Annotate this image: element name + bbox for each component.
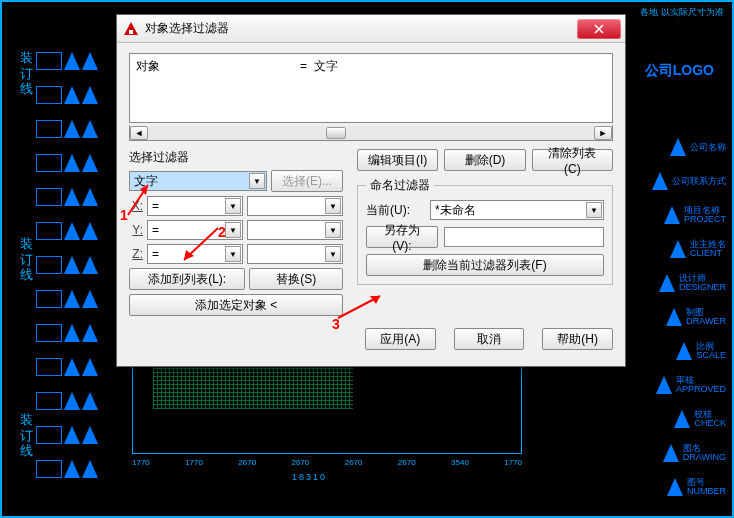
horizontal-scrollbar[interactable]: ◄ ►	[129, 125, 613, 141]
arrow-icon	[666, 308, 682, 326]
close-button[interactable]	[577, 19, 621, 39]
right-label-column: 公司名称公司联系方式项目名称PROJECT业主姓名CLIENT设计师DESIGN…	[636, 132, 726, 506]
current-label: 当前(U):	[366, 202, 424, 219]
edit-item-button[interactable]: 编辑项目(I)	[357, 149, 438, 171]
y-label: Y:	[129, 223, 143, 237]
x-label: X:	[129, 199, 143, 213]
arrow-icon	[670, 240, 686, 258]
arrow-icon	[652, 172, 668, 190]
arrow-icon	[674, 410, 690, 428]
binding-line-text-2: 装 订 线	[17, 226, 35, 263]
close-icon	[594, 24, 604, 34]
named-filter-legend: 命名过滤器	[366, 177, 434, 194]
chevron-down-icon[interactable]: ▼	[586, 202, 602, 218]
list-item[interactable]: 对象= 文字	[136, 58, 606, 75]
arrow-icon	[663, 444, 679, 462]
chevron-down-icon[interactable]: ▼	[225, 198, 241, 214]
arrow-icon	[676, 342, 692, 360]
dimension-row: 17701770267026702670267035401770	[132, 458, 522, 467]
x-value-combo[interactable]: ▼	[247, 196, 343, 216]
help-button[interactable]: 帮助(H)	[542, 328, 613, 350]
arrow-icon	[670, 138, 686, 156]
dimension-value: 2670	[345, 458, 363, 467]
filter-type-combo[interactable]: 文字 ▼	[129, 171, 267, 191]
chevron-down-icon[interactable]: ▼	[325, 246, 341, 262]
chevron-down-icon[interactable]: ▼	[325, 222, 341, 238]
cad-field-label: 设计师DESIGNER	[679, 274, 726, 292]
dimension-value: 1770	[185, 458, 203, 467]
chevron-down-icon[interactable]: ▼	[325, 198, 341, 214]
binding-line-text-1: 装 订 线	[17, 40, 35, 77]
chevron-down-icon[interactable]: ▼	[225, 222, 241, 238]
z-op-combo[interactable]: =▼	[147, 244, 243, 264]
cad-field-label: 图号NUMBER	[687, 478, 726, 496]
scroll-thumb[interactable]	[326, 127, 346, 139]
cad-field-label: 比例SCALE	[696, 342, 726, 360]
cad-field-label: 项目名称PROJECT	[684, 206, 726, 224]
cad-header-note: 各地 以实际尺寸为准	[640, 6, 724, 19]
dimension-value: 1770	[132, 458, 150, 467]
apply-button[interactable]: 应用(A)	[365, 328, 436, 350]
arrow-icon	[667, 478, 683, 496]
dimension-value: 2670	[398, 458, 416, 467]
y-op-combo[interactable]: =▼	[147, 220, 243, 240]
cad-field-label: 业主姓名CLIENT	[690, 240, 726, 258]
cad-field-label: 公司联系方式	[672, 177, 726, 186]
z-value-combo[interactable]: ▼	[247, 244, 343, 264]
delete-button[interactable]: 删除(D)	[444, 149, 525, 171]
app-icon	[123, 21, 139, 37]
left-arrow-column	[36, 46, 104, 488]
y-value-combo[interactable]: ▼	[247, 220, 343, 240]
arrow-icon	[664, 206, 680, 224]
add-to-list-button[interactable]: 添加到列表(L):	[129, 268, 245, 290]
titlebar[interactable]: 对象选择过滤器	[117, 15, 625, 43]
replace-button[interactable]: 替换(S)	[249, 268, 343, 290]
filter-dialog: 对象选择过滤器 对象= 文字 ◄ ► 选择过滤器 文字 ▼ 选择(E)...	[116, 14, 626, 367]
cad-field-label: 制图DRAWER	[686, 308, 726, 326]
x-op-combo[interactable]: =▼	[147, 196, 243, 216]
arrow-icon	[659, 274, 675, 292]
save-as-input[interactable]	[444, 227, 604, 247]
named-filter-group: 命名过滤器 当前(U): *未命名 ▼ 另存为(V): 删除当前过滤器列表(F)	[357, 177, 613, 285]
filter-listbox[interactable]: 对象= 文字	[129, 53, 613, 123]
chevron-down-icon[interactable]: ▼	[249, 173, 265, 189]
delete-current-filter-button[interactable]: 删除当前过滤器列表(F)	[366, 254, 604, 276]
add-selected-button[interactable]: 添加选定对象 <	[129, 294, 343, 316]
select-filter-label: 选择过滤器	[129, 149, 343, 166]
z-label: Z:	[129, 247, 143, 261]
company-logo-placeholder: 公司LOGO	[645, 62, 714, 80]
chevron-down-icon[interactable]: ▼	[225, 246, 241, 262]
scroll-right-button[interactable]: ►	[594, 126, 612, 140]
current-filter-value: *未命名	[435, 202, 476, 219]
cad-field-label: 校核CHECK	[694, 410, 726, 428]
dimension-value: 1770	[504, 458, 522, 467]
dimension-value: 3540	[451, 458, 469, 467]
dimension-value: 2670	[292, 458, 310, 467]
save-as-button[interactable]: 另存为(V):	[366, 226, 438, 248]
select-button[interactable]: 选择(E)...	[271, 170, 343, 192]
scroll-left-button[interactable]: ◄	[130, 126, 148, 140]
combo-value: 文字	[134, 173, 158, 190]
svg-rect-1	[129, 30, 133, 34]
current-filter-combo[interactable]: *未命名 ▼	[430, 200, 604, 220]
clear-list-button[interactable]: 清除列表(C)	[532, 149, 613, 171]
cancel-button[interactable]: 取消	[454, 328, 525, 350]
cad-field-label: 审核APPROVED	[676, 376, 726, 394]
dimension-value: 2670	[238, 458, 256, 467]
cad-field-label: 公司名称	[690, 143, 726, 152]
cad-field-label: 图名DRAWING	[683, 444, 726, 462]
scroll-track[interactable]	[148, 126, 594, 140]
binding-line-text-3: 装 订 线	[17, 402, 35, 439]
arrow-icon	[656, 376, 672, 394]
dimension-total: 18310	[292, 472, 327, 482]
dialog-title: 对象选择过滤器	[145, 20, 577, 37]
